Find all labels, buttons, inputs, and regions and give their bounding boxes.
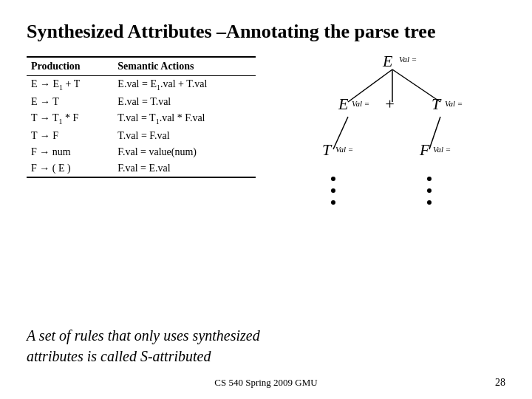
grammar-table: Production Semantic Actions E → E1 + T E… <box>27 56 256 178</box>
page-number: 28 <box>495 377 505 389</box>
tree-node-T-right: T <box>432 95 440 114</box>
tree-node-E-root: E <box>383 52 392 71</box>
col-header-production: Production <box>27 57 113 76</box>
tree-val-F-right: Val = <box>433 145 451 154</box>
summary-text: A set of rules that only uses synthesize… <box>27 325 260 366</box>
prod-cell: T → T1 * F <box>27 110 113 128</box>
tree-node-plus: + <box>384 95 395 114</box>
tree-node-T-left: T <box>322 140 331 160</box>
action-cell: E.val = E1.val + T.val <box>113 76 256 94</box>
svg-point-5 <box>331 177 335 181</box>
action-cell: T.val = T1.val * F.val <box>113 110 256 128</box>
action-cell: T.val = F.val <box>113 128 256 144</box>
summary-line1: A set of rules that only uses synthesize… <box>27 327 260 344</box>
parse-tree: E Val = E Val = + T Val = T Val = F Val … <box>278 49 514 241</box>
svg-point-9 <box>427 188 432 193</box>
summary-line2: attributes is called S-attributed <box>27 348 211 364</box>
table-row: F → ( E ) F.val = E.val <box>27 160 256 177</box>
tree-val-T-left: Val = <box>335 145 353 154</box>
tree-node-F-right: F <box>420 140 429 160</box>
prod-cell: E → E1 + T <box>27 76 113 94</box>
content-area: Production Semantic Actions E → E1 + T E… <box>27 56 505 241</box>
footer-text: CS 540 Spring 2009 GMU <box>214 377 317 389</box>
footer: CS 540 Spring 2009 GMU <box>0 377 532 389</box>
table-row: E → T E.val = T.val <box>27 94 256 110</box>
table-row: T → T1 * F T.val = T1.val * F.val <box>27 110 256 128</box>
col-header-actions: Semantic Actions <box>113 57 256 76</box>
action-cell: F.val = E.val <box>113 160 256 177</box>
prod-cell: T → F <box>27 128 113 144</box>
table-row: E → E1 + T E.val = E1.val + T.val <box>27 76 256 94</box>
action-cell: F.val = value(num) <box>113 144 256 160</box>
tree-svg <box>278 49 514 241</box>
tree-node-E-child: E <box>338 95 348 114</box>
svg-point-6 <box>331 188 335 193</box>
svg-point-7 <box>331 200 335 205</box>
action-cell: E.val = T.val <box>113 94 256 110</box>
page-title: Synthesized Attributes –Annotating the p… <box>27 21 505 43</box>
table-row: F → num F.val = value(num) <box>27 144 256 160</box>
prod-cell: F → num <box>27 144 113 160</box>
prod-cell: E → T <box>27 94 113 110</box>
tree-val-E-child: Val = <box>352 99 369 108</box>
page: Synthesized Attributes –Annotating the p… <box>0 0 532 399</box>
svg-point-10 <box>427 200 432 205</box>
prod-cell: F → ( E ) <box>27 160 113 177</box>
tree-val-T-right: Val = <box>445 99 463 108</box>
table-row: T → F T.val = F.val <box>27 128 256 144</box>
tree-val-E-root: Val = <box>399 55 417 64</box>
svg-point-8 <box>427 177 432 181</box>
